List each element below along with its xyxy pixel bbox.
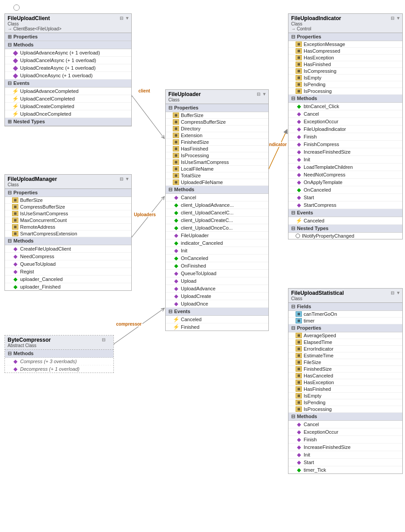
prop-icon: ▦: [296, 393, 302, 398]
filter-icon-file-upload-manager[interactable]: ▼: [125, 176, 129, 181]
prop-directory-fu: ▦ Directory: [166, 126, 268, 132]
event-upload-once-completed: ⚡ UploadOnceCompleted: [5, 110, 131, 118]
section-properties-fuman[interactable]: ⊟Properties: [5, 189, 131, 197]
method-icon: ◆: [173, 217, 179, 223]
collapse-icon-file-uploader[interactable]: ⊟: [257, 92, 260, 96]
event-upload-cancel-completed: ⚡ UploadCancelCompleted: [5, 95, 131, 103]
collapse-icon-file-upload-client[interactable]: ⊟: [120, 16, 123, 21]
section-methods-fuc[interactable]: ⊟Methods: [5, 41, 131, 49]
method-client-uploadcreatec-fu: ◆ client_UploadCreateC...: [166, 217, 268, 224]
method-uploadcreate-fu: ◆ UploadCreate: [166, 293, 268, 300]
method-icon: ◆: [173, 263, 179, 269]
method-timer-tick-fus: ◆ timer_Tick: [288, 466, 402, 473]
method-upload-fu: ◆ Upload: [166, 277, 268, 285]
event-icon-2: ⚡: [12, 96, 18, 102]
prop-compressbuffersize-fu: ▦ CompressBufferSize: [166, 119, 268, 126]
method-icon: ◆: [173, 301, 179, 307]
prop-icon: ▦: [296, 346, 302, 352]
svg-line-1: [132, 96, 164, 138]
prop-icon: ▦: [296, 42, 302, 47]
prop-hascompressed-fui: ▦ HasCompressed: [288, 48, 402, 54]
prop-icon: ▦: [173, 146, 179, 151]
box-header-file-upload-indicator: FileUploadIndicator Class → Control ⊟ ▼: [288, 14, 402, 33]
method-init-fus: ◆ Init: [288, 451, 402, 459]
prop-icon: ▦: [173, 139, 179, 145]
prop-icon: ▦: [173, 113, 179, 118]
class-name-file-upload-indicator: FileUploadIndicator: [291, 15, 400, 21]
method-start-fui: ◆ Start: [288, 194, 402, 201]
method-finishcompress-fui: ◆ FinishCompress: [288, 141, 402, 148]
section-methods-bc[interactable]: ⊟Methods: [5, 350, 113, 358]
prop-isprocessing-fu: ▦ IsProcessing: [166, 152, 268, 159]
section-nested-fui[interactable]: ⊟Nested Types: [288, 225, 402, 233]
method-icon: ◆: [296, 202, 302, 208]
prop-icon: ▦: [12, 224, 18, 230]
section-properties-fus[interactable]: ⊟Properties: [288, 324, 402, 332]
section-properties-fuc[interactable]: ⊞Properties: [5, 33, 131, 41]
prop-icon: ▦: [173, 173, 179, 178]
prop-filesize-fus: ▦ FileSize: [288, 359, 402, 366]
method-icon: ◆: [296, 164, 302, 170]
prop-buffersize-fu: ▦ BufferSize: [166, 112, 268, 119]
prop-icon: ▦: [296, 386, 302, 392]
prop-hascanceled-fus: ▦ HasCanceled: [288, 373, 402, 379]
method-client-uploadcancelc-fu: ◆ client_UploadCancelC...: [166, 209, 268, 217]
method-finish-fus: ◆ Finish: [288, 436, 402, 444]
method-icon-4: ◆: [12, 72, 18, 79]
section-properties-fui[interactable]: ⊟Properties: [288, 33, 402, 41]
method-queuetoupload-fu: ◆ QueueToUpload: [166, 270, 268, 277]
section-properties-fu[interactable]: ⊟Properties: [166, 104, 268, 112]
prop-errorindicator-fus: ▦ ErrorIndicator: [288, 346, 402, 352]
box-file-uploader: FileUploader Class ⊟ ▼ ⊟Properties ▦ Buf…: [165, 89, 269, 331]
event-finished-fu: ⚡ Finished: [166, 323, 268, 331]
field-icon: ▦: [296, 311, 302, 317]
collapse-icon-file-upload-manager[interactable]: ⊟: [120, 176, 123, 181]
prop-finishedsize-fu: ▦ FinishedSize: [166, 139, 268, 146]
prop-icon: ▦: [173, 180, 179, 185]
prop-localfilename-fu: ▦ LocalFileName: [166, 166, 268, 172]
section-methods-fu[interactable]: ⊟Methods: [166, 186, 268, 194]
section-methods-fuman[interactable]: ⊟Methods: [5, 237, 131, 245]
section-events-fui[interactable]: ⊟Events: [288, 209, 402, 217]
section-events-fu[interactable]: ⊟Events: [166, 308, 268, 316]
class-name-file-uploader: FileUploader: [168, 91, 266, 97]
collapse-icon-file-upload-indicator[interactable]: ⊟: [391, 16, 394, 21]
method-icon-1: ◆: [12, 50, 18, 56]
prop-icon: ▦: [296, 48, 302, 54]
box-header-file-upload-client: FileUploadClient Class → ClientBase<File…: [5, 14, 131, 33]
section-fields-fus[interactable]: ⊟Fields: [288, 303, 402, 311]
prop-icon: ▦: [296, 55, 302, 60]
prop-icon: ▦: [12, 197, 18, 203]
field-timer-fus: ▦ timer: [288, 318, 402, 324]
method-createfileuploaddclient-fuman: ◆ CreateFileUploadClient: [5, 245, 131, 253]
box-file-upload-statistical: FileUploadStatistical Class ⊟ ▼ ⊟Fields …: [288, 288, 403, 474]
section-nested-fuc[interactable]: ⊞Nested Types: [5, 118, 131, 126]
method-neednotcompress-fui: ◆ NeedNotCompress: [288, 171, 402, 179]
prop-hasfinished-fus: ▦ HasFinished: [288, 386, 402, 393]
method-icon: ◆: [296, 459, 302, 465]
method-icon: ◆: [296, 118, 302, 125]
toggle-methods-fuc: ⊟: [8, 42, 12, 47]
method-icon: ◆: [12, 253, 18, 260]
filter-icon-file-upload-indicator[interactable]: ▼: [396, 16, 401, 21]
class-name-file-upload-statistical: FileUploadStatistical: [291, 290, 400, 296]
method-icon-3: ◆: [12, 65, 18, 71]
filter-icon-file-upload-statistical[interactable]: ▼: [396, 290, 401, 295]
collapse-icon-file-upload-statistical[interactable]: ⊟: [391, 290, 394, 295]
filter-icon-file-upload-client[interactable]: ▼: [125, 16, 129, 21]
prop-averagespeed-fus: ▦ AverageSpeed: [288, 332, 402, 339]
method-icon: ◆: [12, 261, 18, 267]
section-methods-fus[interactable]: ⊟Methods: [288, 413, 402, 421]
method-icon: ◆: [296, 172, 302, 178]
prop-icon: ▦: [173, 159, 179, 165]
prop-hasfinished-fui: ▦ HasFinished: [288, 61, 402, 68]
section-events-fuc[interactable]: ⊟Events: [5, 80, 131, 88]
filter-icon-file-uploader[interactable]: ▼: [262, 92, 267, 96]
class-parent-file-upload-client: → ClientBase<FileUpload>: [8, 26, 129, 31]
section-methods-fui[interactable]: ⊟Methods: [288, 95, 402, 103]
method-queuetoupload-fuman: ◆ QueueToUpload: [5, 260, 131, 268]
event-icon: ⚡: [173, 324, 179, 330]
prop-icon: ▦: [296, 88, 302, 94]
collapse-icon-byte-compressor[interactable]: ⊟: [102, 337, 105, 342]
box-header-file-upload-statistical: FileUploadStatistical Class ⊟ ▼: [288, 289, 402, 303]
